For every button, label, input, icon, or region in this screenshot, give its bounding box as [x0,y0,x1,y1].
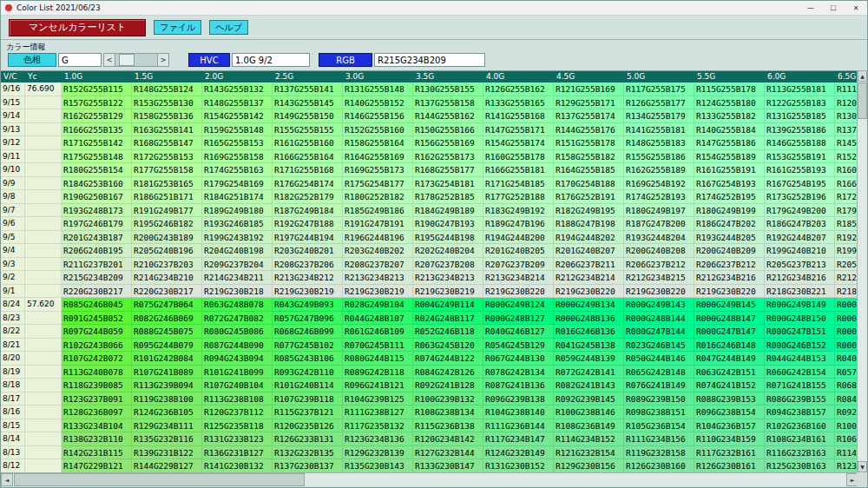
color-cell[interactable]: R047G244B149 [694,352,765,366]
color-cell[interactable]: R117G255B175 [624,82,694,96]
color-cell[interactable]: R158G255B182 [554,150,624,164]
color-cell[interactable]: R123G230B165 [835,459,858,473]
color-cell[interactable]: R130G255B155 [413,82,483,96]
vertical-scroll-thumb[interactable] [858,82,867,119]
color-cell[interactable]: R177G255B158 [132,163,202,177]
title-bar[interactable]: Color List 2021/06/23 — ☐ ✕ [1,1,867,16]
color-cell[interactable]: R208G237B206 [273,258,343,272]
color-cell[interactable]: R193G246B185 [202,217,273,231]
color-cell[interactable]: R164G255B185 [554,163,624,177]
color-cell[interactable]: R168G255B177 [413,163,483,177]
color-cell[interactable]: R180G249B199 [694,204,765,218]
color-cell[interactable]: R082G241B143 [554,379,624,392]
color-cell[interactable]: R189G247B196 [483,217,554,231]
color-cell[interactable]: R189G249B180 [202,204,273,218]
color-cell[interactable]: R185G249B186 [343,204,413,218]
color-cell[interactable]: R000G247B147 [694,325,765,339]
color-cell[interactable]: R075G247B064 [132,298,202,312]
spinner-right-arrow-icon[interactable]: > [157,53,169,67]
color-cell[interactable]: R104G238B140 [483,406,554,419]
color-cell[interactable]: R173G254B181 [413,177,483,191]
color-cell[interactable]: R182G252B179 [273,190,343,204]
color-cell[interactable]: R152G255B193 [835,150,858,164]
minimize-button[interactable]: — [799,1,822,15]
color-cell[interactable]: R121G255B169 [554,82,624,96]
color-cell[interactable]: R193G248B173 [62,204,132,218]
color-cell[interactable]: R050G244B146 [624,352,694,366]
color-cell[interactable]: R186G247B202 [694,217,765,231]
color-cell[interactable]: R160G255B195 [835,163,858,177]
color-cell[interactable]: R016G246B136 [554,325,624,339]
color-cell[interactable]: R212G234B217 [835,271,858,285]
color-cell[interactable]: R091G245B052 [62,312,132,326]
color-cell[interactable]: R172G255B153 [132,150,202,164]
color-cell[interactable]: R166G255B135 [62,123,132,137]
color-cell[interactable]: R175G254B177 [343,177,413,191]
color-cell[interactable]: R172G252B198 [835,190,858,204]
color-cell[interactable]: R000G247B151 [765,325,835,339]
color-cell[interactable]: R092G241B128 [413,379,483,392]
color-cell[interactable]: R110G234B159 [694,432,765,446]
color-cell[interactable]: R153G255B191 [765,150,835,164]
color-cell[interactable]: R167G254B193 [694,177,765,191]
color-cell[interactable]: R184G251B174 [202,190,273,204]
color-cell[interactable]: R144G255B162 [413,109,483,123]
color-cell[interactable]: R115G237B121 [273,406,343,419]
color-cell[interactable]: R219G230B219 [273,285,343,299]
color-cell[interactable]: R192G244B208 [835,231,858,245]
color-cell[interactable]: R131G233B123 [202,432,273,446]
color-cell[interactable]: R117G235B132 [343,419,413,433]
color-cell[interactable]: R175G255B148 [62,150,132,164]
color-cell[interactable]: R084G239B157 [835,392,858,406]
color-cell[interactable]: R169G255B173 [343,163,413,177]
color-cell[interactable]: R213G234B212 [273,271,343,285]
color-cell[interactable]: R000G248B153 [835,312,858,326]
color-cell[interactable]: R061G246B109 [343,325,413,339]
color-cell[interactable]: R000G249B124 [483,298,554,312]
color-cell[interactable]: R139G231B122 [132,446,202,460]
color-cell[interactable]: R089G242B118 [343,366,413,379]
color-cell[interactable]: R160G255B178 [483,150,554,164]
color-cell[interactable]: R169G254B192 [624,177,694,191]
color-cell[interactable]: R141G230B132 [202,459,273,473]
color-cell[interactable]: R205G237B214 [835,258,858,272]
color-cell[interactable]: R098G238B151 [624,406,694,419]
color-cell[interactable]: R156G255B169 [413,136,483,150]
color-cell[interactable]: R197G246B179 [62,217,132,231]
color-cell[interactable]: R108G234B161 [765,432,835,446]
color-cell[interactable]: R162G255B173 [413,150,483,164]
color-cell[interactable]: R129G255B171 [554,96,624,110]
color-cell[interactable]: R133G234B104 [62,419,132,433]
color-cell[interactable]: R219G230B220 [483,285,554,299]
color-cell[interactable]: R182G249B195 [554,204,624,218]
scroll-left-icon[interactable]: ◄ [1,473,13,486]
color-cell[interactable]: R181G253B165 [132,177,202,191]
color-cell[interactable]: R134G255B179 [624,109,694,123]
color-cell[interactable]: R000G247B154 [835,325,858,339]
color-cell[interactable]: R131G255B185 [765,109,835,123]
color-cell[interactable]: R078G242B134 [483,366,554,379]
color-cell[interactable]: R137G255B141 [273,82,343,96]
color-cell[interactable]: R117G234B147 [483,432,554,446]
color-cell[interactable]: R120G237B112 [202,406,273,419]
color-cell[interactable]: R044G244B153 [765,352,835,366]
color-cell[interactable]: R100G239B132 [413,392,483,406]
color-cell[interactable]: R179G249B200 [765,204,835,218]
color-cell[interactable]: R205G237B213 [765,258,835,272]
color-cell[interactable]: R161G255B160 [273,136,343,150]
color-cell[interactable]: R203G240B202 [343,244,413,258]
color-cell[interactable]: R142G231B115 [62,446,132,460]
color-cell[interactable]: R102G243B066 [62,339,132,353]
color-cell[interactable]: R028G249B104 [343,298,413,312]
color-cell[interactable]: R111G236B144 [483,419,554,433]
color-cell[interactable]: R120G234B142 [413,432,483,446]
color-cell[interactable]: R176G254B174 [273,177,343,191]
color-cell[interactable]: R113G240B078 [62,366,132,379]
color-cell[interactable]: R219G230B219 [343,285,413,299]
color-cell[interactable]: R113G238B108 [202,392,273,406]
color-cell[interactable]: R063G245B120 [413,339,483,353]
color-cell[interactable]: R215G234B209 [62,271,132,285]
color-cell[interactable]: R000G246B155 [835,339,858,353]
color-cell[interactable]: R166G255B181 [483,163,554,177]
color-cell[interactable]: R183G249B192 [483,204,554,218]
